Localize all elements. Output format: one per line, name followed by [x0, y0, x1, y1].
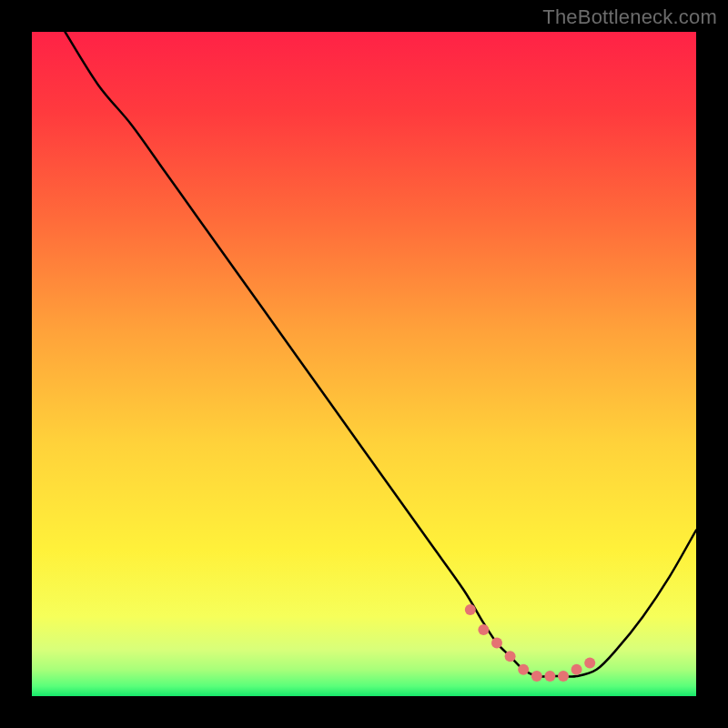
highlight-point — [505, 651, 516, 662]
plot-area — [32, 32, 696, 696]
highlight-point — [478, 624, 489, 635]
highlight-point — [558, 671, 569, 682]
chart-svg — [32, 32, 696, 696]
chart-frame: TheBottleneck.com — [0, 0, 728, 728]
gradient-backdrop — [32, 32, 696, 696]
watermark-label: TheBottleneck.com — [542, 5, 717, 29]
highlight-point — [465, 604, 476, 615]
highlight-point — [531, 671, 542, 682]
highlight-point — [584, 658, 595, 669]
highlight-point — [544, 671, 555, 682]
highlight-point — [571, 664, 582, 675]
highlight-point — [518, 664, 529, 675]
highlight-point — [491, 638, 502, 649]
